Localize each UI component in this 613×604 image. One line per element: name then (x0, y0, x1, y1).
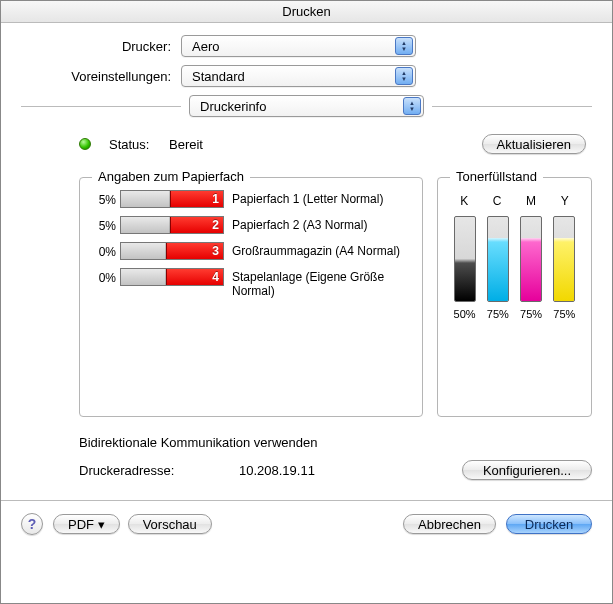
bidi-line: Bidirektionale Kommunikation verwenden (79, 435, 592, 450)
tray-row: 0%3Großraummagazin (A4 Normal) (90, 242, 412, 260)
address-value: 10.208.19.11 (239, 463, 315, 478)
toner-group-legend: Tonerfüllstand (450, 169, 543, 184)
tray-row: 5%1Papierfach 1 (Letter Normal) (90, 190, 412, 208)
toner-bar (520, 216, 542, 302)
configure-button-label: Konfigurieren... (483, 463, 571, 478)
toner-label: C (493, 194, 502, 208)
configure-button[interactable]: Konfigurieren... (462, 460, 592, 480)
separator (21, 106, 181, 107)
panel-popup[interactable]: Druckerinfo ▲▼ (189, 95, 424, 117)
status-label: Status: (109, 137, 169, 152)
status-value: Bereit (169, 137, 203, 152)
toner-percent: 75% (487, 308, 509, 320)
toner-label: Y (561, 194, 569, 208)
updown-icon: ▲▼ (395, 67, 413, 85)
tray-number: 2 (170, 217, 223, 233)
tray-row: 0%4Stapelanlage (Eigene Größe Normal) (90, 268, 412, 298)
toner-label: M (526, 194, 536, 208)
tray-number: 4 (166, 269, 223, 285)
status-indicator-icon (79, 138, 91, 150)
tray-percent: 5% (90, 190, 120, 207)
updown-icon: ▲▼ (403, 97, 421, 115)
tray-percent: 0% (90, 242, 120, 259)
presets-popup[interactable]: Standard ▲▼ (181, 65, 416, 87)
printer-label: Drucker: (21, 39, 181, 54)
print-button[interactable]: Drucken (506, 514, 592, 534)
tray-row: 5%2Papierfach 2 (A3 Normal) (90, 216, 412, 234)
help-button[interactable]: ? (21, 513, 43, 535)
tray-number: 1 (170, 191, 223, 207)
window-title: Drucken (282, 4, 330, 19)
separator (432, 106, 592, 107)
tray-number: 3 (166, 243, 223, 259)
tray-description: Papierfach 2 (A3 Normal) (232, 216, 412, 232)
tray-group: Angaben zum Papierfach 5%1Papierfach 1 (… (79, 177, 423, 417)
help-icon: ? (28, 516, 37, 532)
tray-description: Papierfach 1 (Letter Normal) (232, 190, 412, 206)
tray-bar: 1 (120, 190, 224, 208)
toner-percent: 75% (520, 308, 542, 320)
toner-group: Tonerfüllstand KCMY 50%75%75%75% (437, 177, 592, 417)
tray-percent: 5% (90, 216, 120, 233)
tray-description: Stapelanlage (Eigene Größe Normal) (232, 268, 412, 298)
tray-bar: 3 (120, 242, 224, 260)
tray-bar: 4 (120, 268, 224, 286)
toner-bar (553, 216, 575, 302)
refresh-button[interactable]: Aktualisieren (482, 134, 586, 154)
window-titlebar: Drucken (1, 1, 612, 23)
presets-popup-value: Standard (192, 69, 245, 84)
pdf-menu-button[interactable]: PDF ▾ (53, 514, 120, 534)
toner-bar (454, 216, 476, 302)
cancel-button[interactable]: Abbrechen (403, 514, 496, 534)
printer-popup-value: Aero (192, 39, 219, 54)
cancel-button-label: Abbrechen (418, 517, 481, 532)
pdf-menu-label: PDF ▾ (68, 517, 105, 532)
preview-button-label: Vorschau (143, 517, 197, 532)
presets-label: Voreinstellungen: (21, 69, 181, 84)
address-label: Druckeradresse: (79, 463, 239, 478)
toner-label: K (460, 194, 468, 208)
tray-group-legend: Angaben zum Papierfach (92, 169, 250, 184)
preview-button[interactable]: Vorschau (128, 514, 212, 534)
toner-percent: 75% (553, 308, 575, 320)
printer-popup[interactable]: Aero ▲▼ (181, 35, 416, 57)
tray-bar: 2 (120, 216, 224, 234)
refresh-button-label: Aktualisieren (497, 137, 571, 152)
panel-popup-value: Druckerinfo (200, 99, 266, 114)
toner-percent: 50% (454, 308, 476, 320)
tray-description: Großraummagazin (A4 Normal) (232, 242, 412, 258)
print-button-label: Drucken (525, 517, 573, 532)
updown-icon: ▲▼ (395, 37, 413, 55)
toner-bar (487, 216, 509, 302)
tray-percent: 0% (90, 268, 120, 285)
